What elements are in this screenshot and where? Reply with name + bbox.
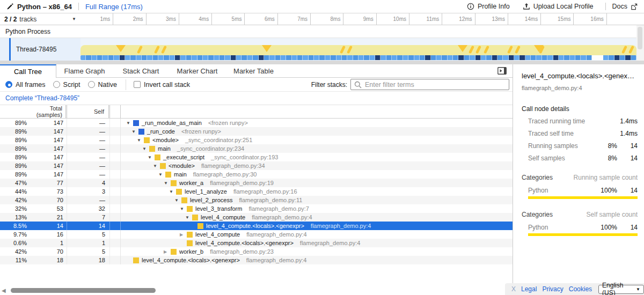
- process-track-header[interactable]: Python Process: [0, 25, 644, 38]
- icon-cell: [110, 204, 121, 213]
- expand-toggle-icon[interactable]: ▼: [185, 215, 192, 220]
- self-cell: —: [67, 119, 110, 127]
- thread-track-canvas[interactable]: [80, 38, 636, 61]
- total-percent: 42%: [0, 248, 27, 255]
- category-square-icon: [144, 137, 150, 143]
- table-row[interactable]: 89%147—▼mainflamegraph_demo.py:30: [0, 170, 513, 179]
- radio-script[interactable]: Script: [53, 81, 80, 88]
- table-row[interactable]: 11%1818level_4_compute.<locals>.<genexpr…: [0, 256, 513, 264]
- sample-segment: [414, 55, 420, 60]
- language-value: English (US): [602, 282, 636, 295]
- language-select[interactable]: English (US) ▼: [598, 285, 644, 294]
- table-row[interactable]: 9.7%165▶level_4_computeflamegraph_demo.p…: [0, 230, 513, 239]
- radio-all-frames[interactable]: All frames: [5, 81, 46, 88]
- upload-profile-button[interactable]: Upload Local Profile: [523, 3, 594, 10]
- tab-flame-graph[interactable]: Flame Graph: [56, 64, 113, 78]
- profile-info-button[interactable]: Profile Info: [467, 3, 510, 10]
- samples-strip[interactable]: [80, 55, 636, 60]
- footer-link-x[interactable]: X: [511, 285, 516, 293]
- table-row[interactable]: 32%5332▼level_3_transformflamegraph_demo…: [0, 204, 513, 213]
- table-row[interactable]: 8.5%1414level_4_compute.<locals>.<genexp…: [0, 222, 513, 230]
- total-percent: 89%: [0, 145, 27, 152]
- table-row[interactable]: 42%705▶worker_bflamegraph_demo.py:23: [0, 247, 513, 256]
- edit-pencil-icon[interactable]: [6, 3, 13, 10]
- function-name: <module>: [169, 163, 195, 169]
- expand-toggle-icon[interactable]: ▼: [137, 138, 144, 143]
- table-row[interactable]: 89%147—▼_run_code<frozen runpy>: [0, 127, 513, 136]
- sample-segment: [353, 55, 358, 60]
- tab-marker-chart[interactable]: Marker Chart: [169, 64, 225, 78]
- breadcrumb[interactable]: Complete “Thread-78495”: [5, 94, 79, 102]
- expand-toggle-icon[interactable]: ▼: [142, 146, 149, 151]
- footer-link-cookies[interactable]: Cookies: [569, 285, 592, 293]
- footer-link-privacy[interactable]: Privacy: [542, 285, 563, 293]
- table-row[interactable]: 89%147—▼<module>flamegraph_demo.py:34: [0, 161, 513, 170]
- sample-segment: [425, 55, 430, 60]
- expand-toggle-icon[interactable]: ▶: [164, 249, 171, 254]
- function-location: flamegraph_demo.py:4: [252, 214, 312, 220]
- expand-toggle-icon[interactable]: ▼: [126, 121, 133, 126]
- table-row[interactable]: 0.6%11level_4_compute.<locals>.<genexpr>…: [0, 239, 513, 247]
- icon-cell: [110, 222, 121, 230]
- table-row[interactable]: 89%147—▼main_sync_coordinator.py:234: [0, 144, 513, 153]
- expand-toggle-icon[interactable]: ▼: [174, 198, 181, 203]
- expand-toggle-icon[interactable]: ▼: [180, 206, 187, 211]
- self-cell: 32: [67, 204, 110, 213]
- function-cell: ▼main_sync_coordinator.py:234: [121, 144, 513, 153]
- expand-toggle-icon[interactable]: ▼: [148, 155, 155, 160]
- categories-heading: Categories: [522, 211, 587, 218]
- profile-name[interactable]: Python – x86_64: [17, 3, 72, 11]
- sample-segment: [370, 55, 375, 60]
- expand-toggle-icon[interactable]: ▼: [153, 164, 160, 168]
- scroll-left-icon[interactable]: ◀: [2, 287, 6, 293]
- table-row[interactable]: 42%70—▼level_2_processflamegraph_demo.py…: [0, 196, 513, 204]
- docs-button[interactable]: Docs: [612, 3, 638, 10]
- table-row[interactable]: 89%147—▼<module>_sync_coordinator.py:251: [0, 136, 513, 144]
- column-total[interactable]: Total (samples): [0, 105, 67, 118]
- tab-stack-chart[interactable]: Stack Chart: [113, 64, 169, 78]
- expand-toggle-icon[interactable]: ▼: [131, 129, 138, 134]
- horizontal-scrollbar-thumb[interactable]: [11, 288, 156, 293]
- filter-input[interactable]: [350, 79, 509, 90]
- function-location: flamegraph_demo.py:16: [233, 188, 297, 195]
- radio-native[interactable]: Native: [88, 81, 117, 88]
- sample-segment: [97, 55, 103, 60]
- invert-call-stack-checkbox[interactable]: Invert call stack: [134, 81, 190, 88]
- sample-segment: [536, 55, 541, 60]
- function-location: flamegraph_demo.py:4: [311, 223, 371, 229]
- category-square-icon: [138, 129, 144, 135]
- table-row[interactable]: 89%147—▼_run_module_as_main<frozen runpy…: [0, 119, 513, 127]
- tracks-vertical-scrollbar[interactable]: [636, 25, 644, 64]
- icon-cell: [110, 213, 121, 222]
- icon-cell: [110, 127, 121, 136]
- expand-toggle-icon[interactable]: ▶: [180, 232, 187, 237]
- sample-segment: [103, 55, 108, 60]
- table-row[interactable]: 89%147—▼_execute_script_sync_coordinator…: [0, 153, 513, 161]
- column-self[interactable]: Self: [67, 105, 110, 118]
- sample-segment: [269, 55, 275, 60]
- sidebar-toggle-button[interactable]: [496, 67, 507, 75]
- expand-toggle-icon[interactable]: ▼: [164, 181, 171, 186]
- table-row[interactable]: 44%733▼level_1_analyzeflamegraph_demo.py…: [0, 187, 513, 196]
- expand-toggle-icon[interactable]: ▼: [158, 172, 165, 177]
- tab-call-tree[interactable]: Call Tree: [0, 64, 56, 78]
- full-range-button[interactable]: Full Range (17ms): [85, 3, 143, 11]
- firefox-profiler-app: Python – x86_64 Full Range (17ms) Profil…: [0, 0, 644, 295]
- vertical-scrollbar-thumb[interactable]: [638, 27, 642, 49]
- tracks-dropdown[interactable]: 2 / 2 tracks ▼: [0, 13, 80, 25]
- metric-label: Self samples: [522, 154, 595, 162]
- category-square-icon: [187, 232, 193, 238]
- marker-triangle-icon: [262, 45, 272, 52]
- ruler-tick: 7ms: [278, 13, 311, 25]
- total-count: 16: [27, 231, 67, 238]
- function-cell: ▼_run_module_as_main<frozen runpy>: [121, 119, 513, 127]
- sample-segment: [481, 55, 486, 60]
- table-row[interactable]: 47%774▼worker_aflamegraph_demo.py:19: [0, 179, 513, 187]
- footer-link-legal[interactable]: Legal: [521, 285, 537, 293]
- self-cell: —: [67, 144, 110, 153]
- table-row[interactable]: 13%217▼level_4_computeflamegraph_demo.py…: [0, 213, 513, 222]
- thread-track-label[interactable]: Thread-78495: [0, 38, 80, 61]
- external-link-icon: [631, 3, 638, 10]
- expand-toggle-icon[interactable]: ▼: [169, 189, 176, 194]
- tab-marker-table[interactable]: Marker Table: [225, 64, 282, 78]
